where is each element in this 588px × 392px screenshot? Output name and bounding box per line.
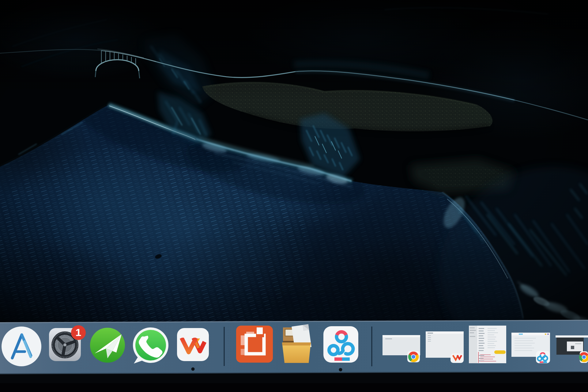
svg-text:1: 1 bbox=[76, 327, 81, 338]
